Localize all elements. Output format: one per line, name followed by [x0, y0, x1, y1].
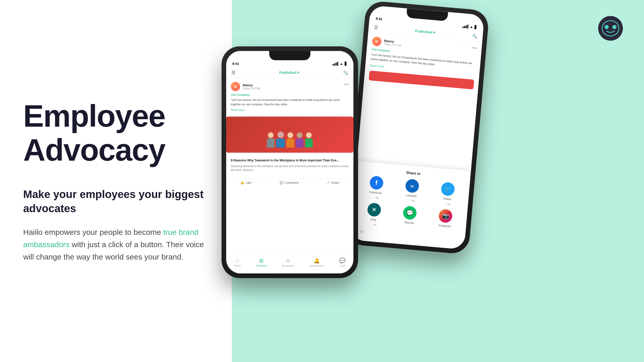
- postfeed-icon: ⊞: [259, 257, 264, 264]
- home-label: Home: [234, 264, 241, 267]
- notifications-icon: 🔔: [313, 257, 320, 264]
- phone-back: 9:41 ▲ ▋: [345, 0, 490, 255]
- front-read-more[interactable]: Read more: [231, 108, 245, 111]
- person-1: [267, 132, 275, 148]
- front-avatar: N: [231, 82, 240, 91]
- share-label: Share: [331, 181, 339, 185]
- phone-front-shell: 9:41 ▲ ▋: [222, 46, 358, 278]
- linkedin-icon: in: [405, 179, 419, 193]
- front-signal: [333, 62, 338, 66]
- front-user-name: Nancy: [243, 83, 260, 87]
- back-avatar: N: [372, 37, 382, 47]
- person-5: [305, 132, 313, 148]
- phone-back-screen: 9:41 ▲ ▋: [350, 5, 485, 249]
- twitter-label: Twitter: [443, 197, 451, 201]
- person-2: [276, 132, 285, 148]
- nav-home[interactable]: ⌂ Home: [234, 257, 241, 267]
- share-item-xing[interactable]: ✕ Xing ☆ 50: [357, 202, 391, 228]
- description-start: Haiilo empowers your people to become: [23, 228, 163, 236]
- front-wifi-icon: ▲: [340, 62, 343, 66]
- comment-label: Comment: [285, 181, 299, 185]
- back-search-icon[interactable]: 🔍: [472, 33, 478, 39]
- front-published-btn[interactable]: Published ▾: [279, 71, 299, 75]
- front-post-header: N Nancy Today, 9:41 AM •••: [231, 82, 349, 91]
- front-user-details: Nancy Today, 9:41 AM: [243, 83, 260, 90]
- front-user-info: N Nancy Today, 9:41 AM: [231, 82, 260, 91]
- battery-icon: ▋: [474, 25, 477, 29]
- back-hamburger-icon[interactable]: ☰: [374, 24, 378, 30]
- phone-front-screen: 9:41 ▲ ▋: [226, 51, 353, 273]
- nav-notifications[interactable]: 🔔 Notifications: [310, 257, 324, 267]
- share-item-twitter[interactable]: 🐦 Twitter ☆ 50: [430, 181, 465, 207]
- xing-icon: ✕: [367, 202, 381, 217]
- back-user-details: Nancy Today, 9:41 AM: [384, 39, 402, 47]
- front-screen-content: 9:41 ▲ ▋: [226, 51, 353, 273]
- like-button[interactable]: 👍 Like: [240, 181, 251, 185]
- back-published-btn[interactable]: Published ▾: [415, 29, 435, 35]
- front-battery-icon: ▋: [345, 62, 347, 66]
- chat-icon: 💬: [339, 257, 346, 264]
- share-item-facebook[interactable]: f Facebook ☆ 50: [359, 175, 393, 201]
- resources-label: Resources: [282, 264, 294, 267]
- phone-front-notch: [269, 51, 310, 60]
- article-image: [226, 117, 353, 153]
- bottom-nav: ⌂ Home ⊞ Postfeed ⊙ Resources 🔔: [226, 255, 353, 273]
- share-screen: 9:41 ▲ ▋: [350, 5, 485, 249]
- share-button[interactable]: ↗ Share: [327, 181, 339, 185]
- nav-chat[interactable]: 💬 Chat: [339, 257, 346, 267]
- twitter-stars: ☆ 50: [443, 202, 450, 206]
- like-icon: 👍: [240, 181, 244, 185]
- facebook-label: Facebook: [369, 191, 382, 195]
- front-post-card: N Nancy Today, 9:41 AM ••• #All Company …: [226, 78, 353, 117]
- facebook-stars: ☆ 50: [371, 195, 379, 200]
- post-actions: 👍 Like 💬 Comment ↗ Share: [226, 178, 353, 187]
- back-post-preview: N Nancy Today, 9:41 AM ••• #All Company …: [364, 32, 482, 93]
- front-post-text: "Let's be honest, the art of teamwork ha…: [231, 98, 349, 106]
- nav-resources[interactable]: ⊙ Resources: [282, 257, 294, 267]
- back-user-info: N Nancy Today, 9:41 AM: [372, 37, 402, 48]
- article-card: 9 Reasons Why Teamwork In the Workplace …: [226, 117, 353, 187]
- front-time: 9:41: [232, 62, 239, 66]
- back-cta-btn[interactable]: [369, 71, 474, 89]
- comment-icon: 💬: [280, 181, 284, 185]
- postfeed-label: Postfeed: [256, 264, 266, 267]
- front-post-dots[interactable]: •••: [344, 82, 349, 87]
- comment-button[interactable]: 💬 Comment: [280, 181, 299, 185]
- back-post-dots[interactable]: •••: [472, 45, 477, 51]
- nav-postfeed[interactable]: ⊞ Postfeed: [256, 257, 266, 267]
- back-time: 9:41: [376, 16, 383, 21]
- signal-bars: [462, 24, 468, 29]
- article-excerpt: Improving teamwork in the workplace has …: [231, 164, 349, 172]
- front-hamburger-icon[interactable]: ☰: [231, 70, 235, 75]
- article-title: 9 Reasons Why Teamwork In the Workplace …: [231, 158, 349, 163]
- facebook-icon: f: [369, 176, 384, 190]
- front-search-icon[interactable]: 🔍: [343, 70, 348, 75]
- person-3: [286, 132, 294, 148]
- share-item-linkedin[interactable]: in LinkedIn ☆ 50: [395, 178, 429, 204]
- phone-front: 9:41 ▲ ▋: [222, 46, 358, 278]
- back-read-more[interactable]: Read more: [370, 64, 384, 68]
- share-grid: f Facebook ☆ 50 i: [357, 175, 465, 234]
- share-item-instagram[interactable]: 📷 Instagram: [428, 208, 462, 234]
- chat-label: Chat: [340, 264, 345, 267]
- linkedin-label: LinkedIn: [406, 194, 417, 198]
- home-icon: ⌂: [236, 257, 239, 263]
- wechat-label: Wechat: [404, 221, 414, 225]
- people-group: [267, 132, 313, 148]
- back-status-icons: ▲ ▋: [462, 24, 477, 29]
- description: Haiilo empowers your people to become tr…: [23, 226, 209, 263]
- wifi-icon: ▲: [470, 25, 473, 29]
- xing-stars: ☆ 50: [369, 222, 376, 227]
- subtitle: Make your employees your biggest advocat…: [23, 187, 209, 216]
- linkedin-stars: ☆ 50: [407, 199, 414, 203]
- phones-container: 9:41 ▲ ▋: [196, 0, 634, 362]
- share-overlay: Share to f Facebook ☆ 50: [350, 161, 471, 250]
- front-user-time: Today, 9:41 AM: [243, 87, 260, 90]
- page-title: Employee Advocacy: [23, 99, 209, 167]
- twitter-icon: 🐦: [441, 182, 455, 196]
- resources-icon: ⊙: [286, 257, 290, 264]
- share-icon: ↗: [327, 181, 329, 185]
- share-item-wechat[interactable]: 💬 Wechat: [392, 205, 427, 231]
- notifications-label: Notifications: [310, 264, 324, 267]
- instagram-icon: 📷: [438, 209, 453, 223]
